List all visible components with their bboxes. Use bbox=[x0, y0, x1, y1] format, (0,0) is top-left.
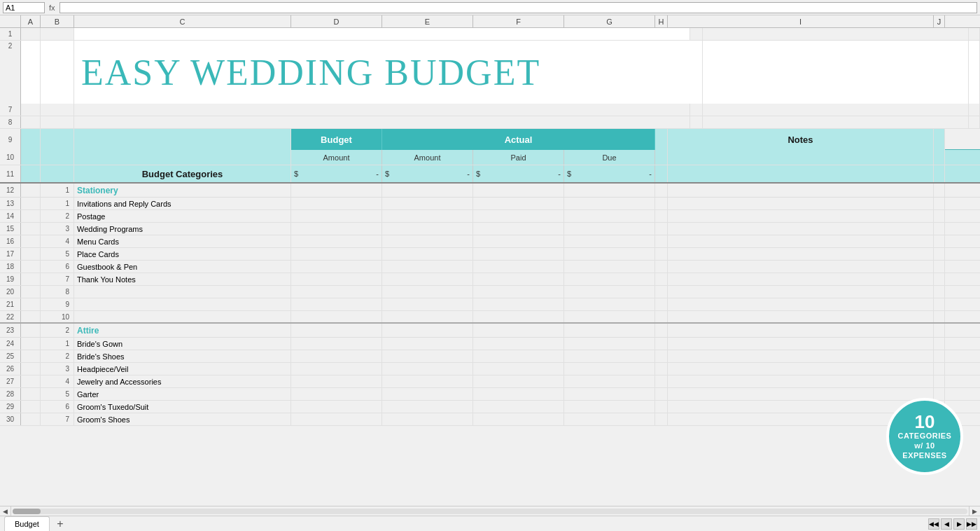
scroll-right-arrow[interactable]: ▶▶ bbox=[966, 518, 977, 530]
cell-26h bbox=[655, 363, 668, 375]
cell-13g bbox=[564, 198, 655, 209]
cell-11b bbox=[41, 165, 74, 182]
cell-19e bbox=[382, 273, 473, 285]
cell-26e bbox=[382, 363, 473, 375]
cell-28j bbox=[934, 388, 945, 400]
col-header-b: B bbox=[41, 15, 74, 27]
cell-21c bbox=[74, 298, 291, 310]
cell-27g bbox=[564, 375, 655, 387]
cell-17c: Place Cards bbox=[74, 248, 291, 260]
cell-14e bbox=[382, 210, 473, 222]
cell-22e bbox=[382, 311, 473, 322]
grid-row-24: 24 1 Bride's Gown bbox=[0, 338, 980, 350]
cell-23j bbox=[934, 324, 945, 337]
cell-11g: $ - bbox=[564, 165, 655, 182]
scroll-prev-arrow[interactable]: ◀ bbox=[941, 518, 952, 530]
cell-18e bbox=[382, 261, 473, 273]
cell-25c: Bride's Shoes bbox=[74, 350, 291, 362]
cell-14f bbox=[473, 210, 564, 222]
cell-13i bbox=[668, 198, 934, 209]
cell-14a bbox=[21, 210, 41, 222]
cell-28h bbox=[655, 388, 668, 400]
cell-25f bbox=[473, 350, 564, 362]
cell-26f bbox=[473, 363, 564, 375]
formula-fx: fx bbox=[49, 4, 55, 12]
hscroll-track[interactable] bbox=[13, 509, 967, 514]
cell-12j bbox=[934, 184, 945, 197]
cell-18g bbox=[564, 261, 655, 273]
cell-18f bbox=[473, 261, 564, 273]
cell-28d bbox=[291, 388, 382, 400]
cell-29b: 6 bbox=[41, 401, 74, 413]
cell-28i bbox=[668, 388, 934, 400]
cell-19c: Thank You Notes bbox=[74, 273, 291, 285]
cell-15g bbox=[564, 223, 655, 235]
cell-10b bbox=[41, 150, 74, 165]
cell-26c: Headpiece/Veil bbox=[74, 363, 291, 375]
cell-21g bbox=[564, 298, 655, 310]
grid-row-14: 14 2 Postage bbox=[0, 210, 980, 223]
header-notes: Notes bbox=[668, 129, 934, 150]
cell-12e bbox=[382, 184, 473, 197]
cell-22a bbox=[21, 311, 41, 322]
grid-row-25: 25 2 Bride's Shoes bbox=[0, 350, 980, 363]
cell-21e bbox=[382, 298, 473, 310]
grid-row-11: 11 Budget Categories $ - $ - $ - $ bbox=[0, 165, 980, 184]
row-num-22: 22 bbox=[0, 311, 21, 322]
cell-21f bbox=[473, 298, 564, 310]
scrollbar-area: ◀◀ ◀ ▶ ▶▶ bbox=[68, 518, 980, 530]
name-box[interactable] bbox=[3, 2, 45, 13]
cell-7a bbox=[21, 104, 41, 116]
row-num-8: 8 bbox=[0, 116, 21, 128]
cell-16e bbox=[382, 235, 473, 247]
spreadsheet-title: EASY WEDDING BUDGET bbox=[74, 41, 690, 104]
cell-15f bbox=[473, 223, 564, 235]
add-sheet-button[interactable]: + bbox=[52, 516, 68, 532]
hscroll: ◀ ▶ bbox=[0, 506, 980, 516]
grid-row-19: 19 7 Thank You Notes bbox=[0, 273, 980, 286]
cell-18b: 6 bbox=[41, 261, 74, 273]
hscroll-thumb[interactable] bbox=[13, 509, 41, 514]
cell-16h bbox=[655, 235, 668, 247]
cell-19b: 7 bbox=[41, 273, 74, 285]
cell-23f bbox=[473, 324, 564, 337]
row-num-20: 20 bbox=[0, 286, 21, 298]
cell-14d bbox=[291, 210, 382, 222]
row-num-13: 13 bbox=[0, 198, 21, 209]
hscroll-right-arrow[interactable]: ▶ bbox=[969, 506, 980, 516]
cell-9h bbox=[655, 129, 668, 150]
scroll-next-arrow[interactable]: ▶ bbox=[953, 518, 965, 530]
formula-bar[interactable] bbox=[59, 2, 977, 13]
cell-16i bbox=[668, 235, 934, 247]
cell-17h bbox=[655, 248, 668, 260]
category-attire: Attire bbox=[74, 324, 291, 337]
sheet-tab-budget[interactable]: Budget bbox=[4, 516, 50, 532]
cell-11f: $ - bbox=[473, 165, 564, 182]
grid-row-22: 22 10 bbox=[0, 311, 980, 324]
header-amount2: Amount bbox=[382, 150, 473, 165]
cell-7i bbox=[703, 104, 969, 116]
cell-29e bbox=[382, 401, 473, 413]
cell-29a bbox=[21, 401, 41, 413]
cell-15a bbox=[21, 223, 41, 235]
scroll-left-arrow[interactable]: ◀◀ bbox=[928, 518, 939, 530]
row-num-28: 28 bbox=[0, 388, 21, 400]
cell-13e bbox=[382, 198, 473, 209]
hscroll-left-arrow[interactable]: ◀ bbox=[0, 506, 11, 516]
cell-7c bbox=[74, 104, 690, 116]
cell-22d bbox=[291, 311, 382, 322]
badge-expenses-text: EXPENSES bbox=[902, 450, 946, 460]
cell-12h bbox=[655, 184, 668, 197]
cell-10i bbox=[668, 150, 934, 165]
cell-25e bbox=[382, 350, 473, 362]
cell-20j bbox=[934, 286, 945, 298]
cell-16a bbox=[21, 235, 41, 247]
cell-24a bbox=[21, 338, 41, 350]
cell-25a bbox=[21, 350, 41, 362]
cell-13h bbox=[655, 198, 668, 209]
row-num-12: 12 bbox=[0, 184, 21, 197]
header-amount: Amount bbox=[291, 150, 382, 165]
cell-23d bbox=[291, 324, 382, 337]
col-header-a: A bbox=[21, 15, 41, 27]
dash-d: - bbox=[376, 170, 379, 178]
